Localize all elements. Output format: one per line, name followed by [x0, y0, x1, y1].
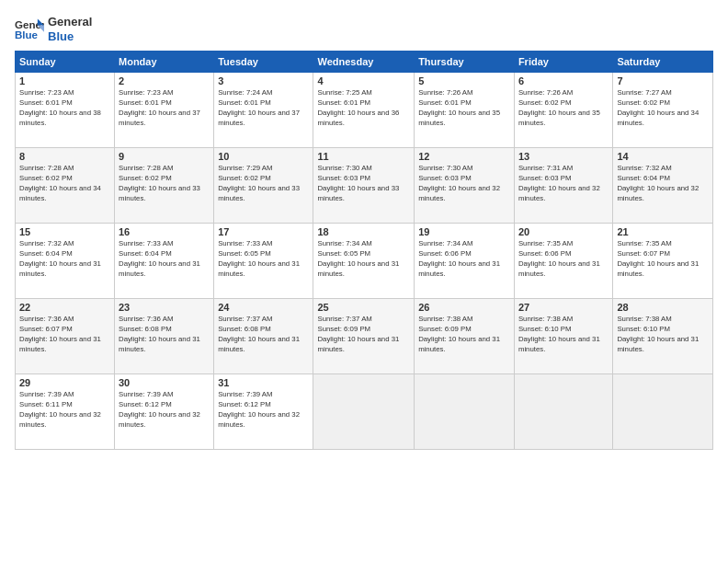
- day-number: 4: [317, 75, 410, 86]
- day-number: 14: [617, 151, 709, 162]
- calendar-cell: 2 Sunrise: 7:23 AM Sunset: 6:01 PM Dayli…: [115, 73, 214, 148]
- weekday-header-sunday: Sunday: [16, 52, 115, 73]
- logo-icon: General Blue: [15, 17, 44, 42]
- day-number: 28: [617, 302, 709, 313]
- calendar-table: SundayMondayTuesdayWednesdayThursdayFrid…: [15, 51, 713, 450]
- svg-text:Blue: Blue: [15, 29, 39, 40]
- day-info: Sunrise: 7:32 AM Sunset: 6:04 PM Dayligh…: [617, 164, 709, 204]
- calendar-cell: 27 Sunrise: 7:38 AM Sunset: 6:10 PM Dayl…: [514, 299, 612, 374]
- day-number: 17: [218, 226, 309, 237]
- day-info: Sunrise: 7:26 AM Sunset: 6:02 PM Dayligh…: [518, 88, 609, 129]
- calendar-cell: 28 Sunrise: 7:38 AM Sunset: 6:10 PM Dayl…: [613, 299, 713, 374]
- calendar-cell: 13 Sunrise: 7:31 AM Sunset: 6:03 PM Dayl…: [514, 148, 612, 224]
- calendar-cell: 5 Sunrise: 7:26 AM Sunset: 6:01 PM Dayli…: [415, 73, 515, 148]
- calendar-cell: 15 Sunrise: 7:32 AM Sunset: 6:04 PM Dayl…: [16, 224, 115, 299]
- day-number: 19: [418, 226, 510, 237]
- day-info: Sunrise: 7:28 AM Sunset: 6:02 PM Dayligh…: [119, 164, 210, 204]
- day-number: 12: [418, 151, 510, 162]
- day-info: Sunrise: 7:24 AM Sunset: 6:01 PM Dayligh…: [218, 88, 309, 129]
- day-info: Sunrise: 7:28 AM Sunset: 6:02 PM Dayligh…: [19, 164, 110, 204]
- weekday-header-friday: Friday: [514, 52, 612, 73]
- day-info: Sunrise: 7:31 AM Sunset: 6:03 PM Dayligh…: [518, 164, 609, 204]
- day-info: Sunrise: 7:37 AM Sunset: 6:09 PM Dayligh…: [317, 315, 410, 355]
- day-number: 5: [418, 75, 510, 86]
- calendar-cell: 17 Sunrise: 7:33 AM Sunset: 6:05 PM Dayl…: [214, 224, 313, 299]
- calendar-cell: 26 Sunrise: 7:38 AM Sunset: 6:09 PM Dayl…: [415, 299, 515, 374]
- logo-blue: Blue: [48, 29, 92, 44]
- day-number: 7: [617, 75, 709, 86]
- logo: General Blue General Blue: [15, 15, 92, 43]
- weekday-header-thursday: Thursday: [415, 52, 515, 73]
- calendar-cell: 7 Sunrise: 7:27 AM Sunset: 6:02 PM Dayli…: [613, 73, 713, 148]
- day-info: Sunrise: 7:27 AM Sunset: 6:02 PM Dayligh…: [617, 88, 709, 129]
- week-row-4: 22 Sunrise: 7:36 AM Sunset: 6:07 PM Dayl…: [16, 299, 713, 374]
- day-info: Sunrise: 7:23 AM Sunset: 6:01 PM Dayligh…: [19, 88, 110, 129]
- day-number: 24: [218, 302, 309, 313]
- calendar-cell: 23 Sunrise: 7:36 AM Sunset: 6:08 PM Dayl…: [115, 299, 214, 374]
- header: General Blue General Blue: [15, 15, 713, 43]
- calendar-cell: 12 Sunrise: 7:30 AM Sunset: 6:03 PM Dayl…: [415, 148, 515, 224]
- day-number: 10: [218, 151, 309, 162]
- day-number: 16: [119, 226, 210, 237]
- calendar-cell: [514, 374, 612, 450]
- day-info: Sunrise: 7:38 AM Sunset: 6:10 PM Dayligh…: [617, 315, 709, 355]
- day-info: Sunrise: 7:30 AM Sunset: 6:03 PM Dayligh…: [317, 164, 410, 204]
- day-number: 30: [119, 377, 210, 388]
- day-number: 21: [617, 226, 709, 237]
- day-number: 15: [19, 226, 110, 237]
- day-info: Sunrise: 7:23 AM Sunset: 6:01 PM Dayligh…: [119, 88, 210, 129]
- day-info: Sunrise: 7:38 AM Sunset: 6:10 PM Dayligh…: [518, 315, 609, 355]
- week-row-3: 15 Sunrise: 7:32 AM Sunset: 6:04 PM Dayl…: [16, 224, 713, 299]
- calendar-cell: 3 Sunrise: 7:24 AM Sunset: 6:01 PM Dayli…: [214, 73, 313, 148]
- day-info: Sunrise: 7:39 AM Sunset: 6:11 PM Dayligh…: [19, 390, 110, 431]
- calendar-cell: 31 Sunrise: 7:39 AM Sunset: 6:12 PM Dayl…: [214, 374, 313, 450]
- day-number: 1: [19, 75, 110, 86]
- day-info: Sunrise: 7:26 AM Sunset: 6:01 PM Dayligh…: [418, 88, 510, 129]
- calendar-cell: 10 Sunrise: 7:29 AM Sunset: 6:02 PM Dayl…: [214, 148, 313, 224]
- calendar-cell: 8 Sunrise: 7:28 AM Sunset: 6:02 PM Dayli…: [16, 148, 115, 224]
- calendar-cell: 11 Sunrise: 7:30 AM Sunset: 6:03 PM Dayl…: [313, 148, 415, 224]
- day-number: 22: [19, 302, 110, 313]
- day-number: 2: [119, 75, 210, 86]
- calendar-cell: 1 Sunrise: 7:23 AM Sunset: 6:01 PM Dayli…: [16, 73, 115, 148]
- day-number: 9: [119, 151, 210, 162]
- day-info: Sunrise: 7:25 AM Sunset: 6:01 PM Dayligh…: [317, 88, 410, 129]
- day-info: Sunrise: 7:37 AM Sunset: 6:08 PM Dayligh…: [218, 315, 309, 355]
- day-info: Sunrise: 7:30 AM Sunset: 6:03 PM Dayligh…: [418, 164, 510, 204]
- day-number: 23: [119, 302, 210, 313]
- day-number: 27: [518, 302, 609, 313]
- weekday-header-row: SundayMondayTuesdayWednesdayThursdayFrid…: [16, 52, 713, 73]
- day-info: Sunrise: 7:36 AM Sunset: 6:07 PM Dayligh…: [19, 315, 110, 355]
- day-number: 8: [19, 151, 110, 162]
- day-info: Sunrise: 7:39 AM Sunset: 6:12 PM Dayligh…: [119, 390, 210, 431]
- day-info: Sunrise: 7:34 AM Sunset: 6:05 PM Dayligh…: [317, 239, 410, 280]
- calendar-cell: [313, 374, 415, 450]
- calendar-cell: 14 Sunrise: 7:32 AM Sunset: 6:04 PM Dayl…: [613, 148, 713, 224]
- weekday-header-saturday: Saturday: [613, 52, 713, 73]
- day-number: 31: [218, 377, 309, 388]
- day-info: Sunrise: 7:36 AM Sunset: 6:08 PM Dayligh…: [119, 315, 210, 355]
- day-number: 29: [19, 377, 110, 388]
- calendar-cell: 4 Sunrise: 7:25 AM Sunset: 6:01 PM Dayli…: [313, 73, 415, 148]
- week-row-2: 8 Sunrise: 7:28 AM Sunset: 6:02 PM Dayli…: [16, 148, 713, 224]
- day-info: Sunrise: 7:39 AM Sunset: 6:12 PM Dayligh…: [218, 390, 309, 431]
- calendar-cell: 24 Sunrise: 7:37 AM Sunset: 6:08 PM Dayl…: [214, 299, 313, 374]
- day-number: 3: [218, 75, 309, 86]
- weekday-header-monday: Monday: [115, 52, 214, 73]
- calendar-cell: 22 Sunrise: 7:36 AM Sunset: 6:07 PM Dayl…: [16, 299, 115, 374]
- logo-general: General: [48, 15, 92, 29]
- day-info: Sunrise: 7:35 AM Sunset: 6:06 PM Dayligh…: [518, 239, 609, 280]
- calendar-cell: 29 Sunrise: 7:39 AM Sunset: 6:11 PM Dayl…: [16, 374, 115, 450]
- weekday-header-wednesday: Wednesday: [313, 52, 415, 73]
- day-info: Sunrise: 7:34 AM Sunset: 6:06 PM Dayligh…: [418, 239, 510, 280]
- calendar-cell: 9 Sunrise: 7:28 AM Sunset: 6:02 PM Dayli…: [115, 148, 214, 224]
- day-info: Sunrise: 7:33 AM Sunset: 6:05 PM Dayligh…: [218, 239, 309, 280]
- calendar-cell: 19 Sunrise: 7:34 AM Sunset: 6:06 PM Dayl…: [415, 224, 515, 299]
- day-number: 6: [518, 75, 609, 86]
- calendar-cell: 20 Sunrise: 7:35 AM Sunset: 6:06 PM Dayl…: [514, 224, 612, 299]
- day-number: 13: [518, 151, 609, 162]
- day-number: 18: [317, 226, 410, 237]
- calendar-cell: [415, 374, 515, 450]
- week-row-5: 29 Sunrise: 7:39 AM Sunset: 6:11 PM Dayl…: [16, 374, 713, 450]
- week-row-1: 1 Sunrise: 7:23 AM Sunset: 6:01 PM Dayli…: [16, 73, 713, 148]
